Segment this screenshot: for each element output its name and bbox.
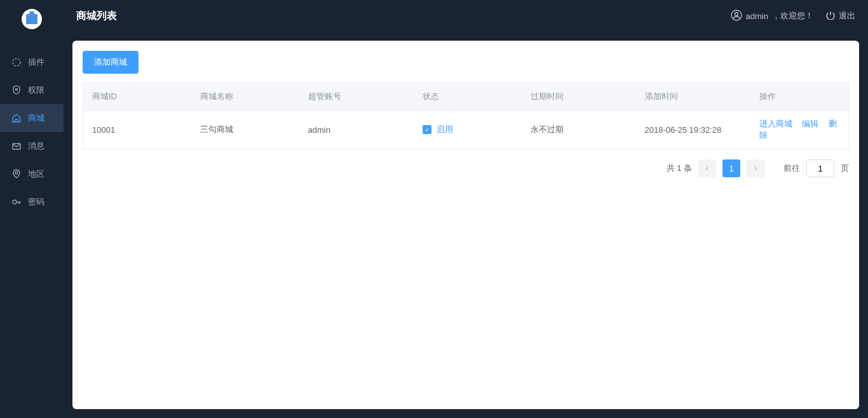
status-checkbox[interactable]: ✓ [423, 125, 431, 134]
pagination: 共 1 条 1 前往 页 [83, 159, 849, 177]
sidebar-item-mall[interactable]: 商城 [0, 104, 64, 132]
username: admin [746, 11, 768, 21]
chevron-right-icon [752, 165, 759, 172]
th-account: 超管账号 [299, 83, 414, 111]
welcome-text: ，欢迎您！ [772, 10, 813, 22]
logout-button[interactable]: 退出 [826, 10, 855, 22]
cell-name: 三勾商城 [191, 111, 299, 149]
svg-point-3 [15, 172, 18, 174]
bag-icon [26, 14, 37, 24]
page-input[interactable] [806, 159, 834, 177]
sidebar-label: 密码 [28, 196, 44, 208]
sidebar-item-region[interactable]: 地区 [0, 160, 64, 188]
th-status: 状态 [414, 83, 522, 111]
cell-id: 10001 [83, 111, 191, 149]
svg-point-4 [13, 200, 17, 204]
enter-mall-link[interactable]: 进入商城 [759, 119, 792, 128]
cell-account: admin [299, 111, 414, 149]
sidebar-label: 地区 [28, 168, 44, 180]
card: 添加商城 商城ID 商城名称 超管账号 状态 过期时间 添加时间 操作 [72, 41, 859, 409]
page-1-button[interactable]: 1 [722, 159, 740, 177]
sidebar-label: 权限 [28, 84, 44, 96]
logo[interactable] [22, 9, 42, 29]
prev-page-button[interactable] [698, 159, 716, 177]
sidebar-item-message[interactable]: 消息 [0, 132, 64, 160]
header: 商城列表 admin ，欢迎您！ 退出 [64, 0, 868, 32]
user-info[interactable]: admin ，欢迎您！ [731, 10, 813, 23]
location-icon [11, 169, 22, 179]
power-icon [826, 11, 835, 22]
edit-link[interactable]: 编辑 [802, 119, 818, 128]
cell-actions: 进入商城 编辑 删除 [750, 111, 849, 149]
main: 商城列表 admin ，欢迎您！ 退出 添加商城 [64, 0, 868, 418]
sidebar-label: 商城 [28, 112, 44, 124]
add-mall-button[interactable]: 添加商城 [83, 51, 139, 74]
sidebar-label: 插件 [28, 57, 44, 68]
table-header-row: 商城ID 商城名称 超管账号 状态 过期时间 添加时间 操作 [83, 83, 849, 111]
table-row: 10001 三勾商城 admin ✓ 启用 永不过期 2018-06-25 19… [83, 111, 849, 149]
svg-point-1 [16, 89, 18, 91]
sidebar-item-plugin[interactable]: 插件 [0, 48, 64, 76]
cell-status: ✓ 启用 [414, 111, 522, 149]
user-icon [731, 10, 742, 23]
nav-list: 插件 权限 商城 消息 地区 [0, 48, 64, 216]
mall-table: 商城ID 商城名称 超管账号 状态 过期时间 添加时间 操作 10001 三勾商… [83, 83, 849, 149]
sidebar-item-password[interactable]: 密码 [0, 188, 64, 216]
home-icon [11, 113, 22, 123]
mail-icon [11, 141, 22, 151]
shield-icon [11, 85, 22, 95]
goto-suffix: 页 [841, 163, 849, 174]
status-text: 启用 [437, 124, 453, 135]
logout-label: 退出 [839, 10, 855, 22]
cell-expire: 永不过期 [522, 111, 636, 149]
svg-point-6 [735, 12, 738, 15]
header-right: admin ，欢迎您！ 退出 [731, 10, 855, 23]
page-title: 商城列表 [76, 10, 731, 23]
th-action: 操作 [750, 83, 849, 111]
th-expire: 过期时间 [522, 83, 636, 111]
svg-point-0 [13, 58, 20, 66]
chevron-left-icon [704, 165, 710, 172]
cell-addtime: 2018-06-25 19:32:28 [636, 111, 750, 149]
pagination-total: 共 1 条 [667, 163, 692, 174]
th-id: 商城ID [83, 83, 191, 111]
goto-prefix: 前往 [783, 163, 800, 174]
plugin-icon [11, 57, 22, 67]
key-icon [11, 197, 22, 207]
sidebar-label: 消息 [28, 140, 44, 152]
content-area: 添加商城 商城ID 商城名称 超管账号 状态 过期时间 添加时间 操作 [64, 32, 868, 418]
th-name: 商城名称 [191, 83, 299, 111]
th-addtime: 添加时间 [636, 83, 750, 111]
sidebar-item-permission[interactable]: 权限 [0, 76, 64, 104]
next-page-button[interactable] [747, 159, 764, 177]
sidebar: 插件 权限 商城 消息 地区 [0, 0, 64, 418]
